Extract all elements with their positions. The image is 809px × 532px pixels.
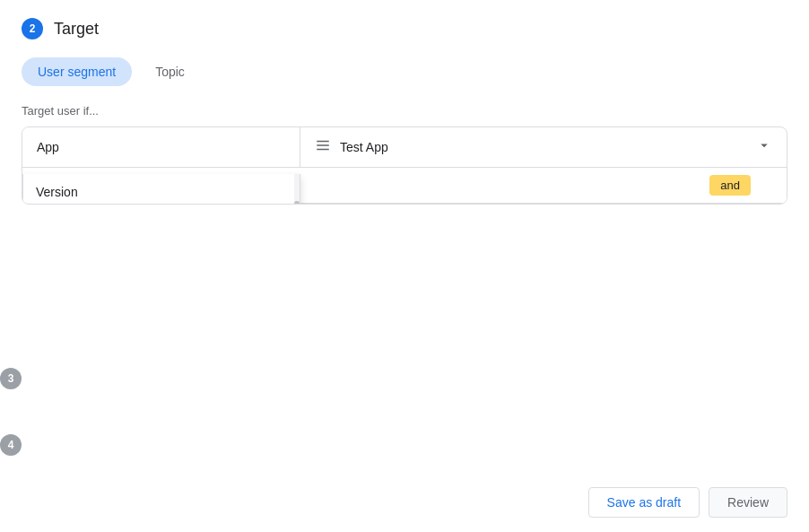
list-item[interactable]: Version The version of the app (can vary… (23, 174, 300, 205)
dropdown-panel: Version The version of the app (can vary… (22, 174, 300, 205)
bottom-bar: Save as draft Review (588, 487, 787, 518)
step-3-circle: 3 (0, 368, 22, 389)
app-value-cell[interactable]: Test App (300, 128, 787, 167)
app-label-cell: App (22, 127, 300, 167)
app-select-text: Test App (340, 140, 747, 154)
and-badge: and (709, 175, 751, 196)
tab-user-segment[interactable]: User segment (22, 57, 132, 86)
dropdown-arrow-icon (756, 137, 772, 158)
save-as-draft-button[interactable]: Save as draft (588, 487, 700, 518)
scrollbar-thumb[interactable] (294, 201, 300, 205)
page-container: 2 Target User segment Topic Target user … (0, 0, 809, 532)
item-desc: The version of the app (can vary by plat… (36, 202, 273, 205)
page-title: Target (54, 20, 99, 39)
scrollbar-track (294, 174, 300, 205)
content-area: App Test App (22, 126, 787, 205)
app-icon (315, 137, 331, 158)
target-user-label: Target user if... (22, 104, 787, 118)
step-4-circle: 4 (0, 434, 22, 456)
step-3-container: 3 (0, 368, 22, 389)
review-button[interactable]: Review (709, 487, 787, 518)
tabs-row: User segment Topic (22, 57, 787, 86)
tab-topic[interactable]: Topic (139, 57, 201, 86)
item-title: Version (36, 185, 273, 199)
app-label: App (37, 140, 59, 154)
step-4-container: 4 (0, 434, 22, 456)
step-2-circle: 2 (22, 18, 43, 39)
app-row: App Test App (22, 127, 787, 168)
header-row: 2 Target (22, 18, 787, 39)
